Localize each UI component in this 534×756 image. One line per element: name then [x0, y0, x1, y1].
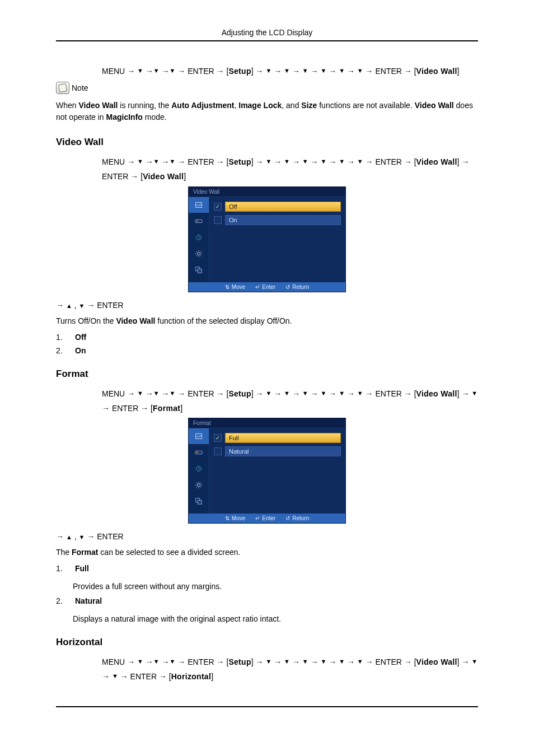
image-lock-bold: Image Lock	[238, 101, 282, 110]
menu-label: MENU	[102, 389, 125, 398]
text: When	[56, 101, 78, 110]
osd-side-item[interactable]	[189, 428, 209, 445]
arrow-right-icon: →	[329, 67, 339, 76]
osd-option-row[interactable]: ✓ Full	[214, 433, 341, 443]
intro-nav-path: MENU → ▼ →▼ →▼ → ENTER → [Setup] → ▼ → ▼…	[102, 64, 478, 78]
osd-sidebar	[189, 428, 209, 514]
option-full-desc: Provides a full screen without any margi…	[73, 582, 478, 591]
arrow-right-icon: →	[366, 157, 376, 166]
down-icon: ▼	[170, 67, 176, 74]
video-wall-label: Video Wall	[416, 157, 457, 166]
up-icon: ▲	[66, 534, 72, 540]
osd-option-natural[interactable]: Natural	[225, 446, 341, 456]
note-label: Note	[72, 83, 88, 92]
down-icon: ▼	[471, 659, 477, 665]
small-nav: → ▲ , ▼ → ENTER	[56, 532, 478, 541]
svg-line-10	[200, 255, 201, 256]
osd-option-row[interactable]: Natural	[214, 446, 341, 456]
enter-label: ENTER	[188, 157, 214, 166]
video-wall-option-list: 1.Off 2.On	[56, 333, 478, 355]
arrow-right-icon: →	[256, 157, 266, 166]
option-natural: Natural	[75, 596, 102, 605]
osd-side-item[interactable]	[189, 493, 209, 510]
footer-rule	[56, 706, 478, 707]
text: functions are not available.	[317, 101, 414, 110]
text: mode.	[143, 113, 167, 122]
osd-side-item[interactable]	[189, 262, 209, 278]
list-item: 1.Off	[56, 333, 478, 342]
osd-side-item[interactable]	[189, 213, 209, 230]
note-text: When Video Wall is running, the Auto Adj…	[56, 100, 478, 123]
enter-label: ENTER	[130, 672, 157, 681]
svg-point-19	[197, 484, 200, 487]
list-number: 1.	[56, 564, 66, 573]
down-icon: ▼	[170, 390, 176, 396]
osd-option-full[interactable]: Full	[225, 433, 341, 443]
down-icon: ▼	[153, 67, 160, 74]
enter-label: ENTER	[102, 171, 128, 180]
video-wall-label: Video Wall	[416, 389, 457, 398]
enter-label: ENTER	[112, 403, 138, 412]
down-icon: ▼	[302, 67, 308, 74]
osd-title: Format	[189, 418, 345, 428]
down-icon: ▼	[339, 67, 345, 74]
arrow-right-icon: →	[146, 157, 153, 166]
footer-return-label: Return	[292, 284, 309, 290]
osd-side-item[interactable]	[189, 445, 209, 461]
format-desc: The Format can be selected to see a divi…	[56, 547, 478, 558]
picture-icon	[195, 432, 203, 440]
multi-icon	[195, 266, 203, 274]
osd-side-item[interactable]	[189, 230, 209, 246]
osd-panel-format: Format ✓ Full Natural	[189, 418, 345, 523]
menu-label: MENU	[102, 67, 125, 76]
osd-panel-video-wall: Video Wall ✓ Off On	[189, 187, 345, 292]
down-icon: ▼	[320, 390, 326, 396]
down-icon: ▼	[320, 67, 326, 74]
osd-option-row[interactable]: On	[214, 215, 341, 225]
updown-icon: ⇅	[225, 515, 229, 521]
text: is running, the	[118, 101, 171, 110]
osd-side-item[interactable]	[189, 246, 209, 262]
list-number: 1.	[56, 333, 66, 342]
menu-label: MENU	[102, 657, 125, 666]
enter-label: ENTER	[97, 301, 123, 310]
footer-enter: ↵Enter	[255, 515, 275, 521]
down-icon: ▼	[265, 659, 271, 665]
down-icon: ▼	[339, 390, 345, 396]
video-wall-label: Video Wall	[143, 171, 184, 180]
down-icon: ▼	[137, 158, 143, 165]
arrow-right-icon: →	[329, 157, 339, 166]
osd-option-off[interactable]: Off	[225, 202, 341, 212]
down-icon: ▼	[302, 659, 308, 665]
down-icon: ▼	[339, 158, 345, 165]
down-icon: ▼	[112, 673, 118, 680]
arrow-right-icon: →	[366, 67, 376, 76]
osd-side-item[interactable]	[189, 197, 209, 213]
picture-icon	[195, 201, 203, 209]
footer-move: ⇅Move	[225, 515, 245, 521]
check-icon	[214, 447, 222, 455]
multi-icon	[195, 497, 203, 505]
osd-side-item[interactable]	[189, 477, 209, 493]
osd-title: Video Wall	[189, 187, 345, 197]
option-natural-desc: Displays a natural image with the origin…	[73, 614, 478, 623]
option-on: On	[75, 346, 86, 355]
option-off: Off	[75, 333, 86, 342]
arrow-right-icon: → [	[130, 171, 143, 180]
osd-side-item[interactable]	[189, 461, 209, 477]
text: Turns Off/On the	[56, 316, 116, 325]
osd-option-on[interactable]: On	[225, 215, 341, 225]
setup-label: Setup	[228, 157, 251, 166]
text: , and	[282, 101, 301, 110]
osd-footer: ⇅Move ↵Enter ↺Return	[189, 282, 345, 292]
enter-label: ENTER	[375, 389, 401, 398]
osd-option-row[interactable]: ✓ Off	[214, 202, 341, 212]
horizontal-nav-path: MENU → ▼ →▼ →▼ → ENTER → [Setup] → ▼ → ▼…	[102, 655, 478, 684]
return-icon: ↺	[285, 515, 290, 521]
svg-rect-2	[196, 221, 199, 222]
svg-point-4	[197, 252, 200, 255]
down-icon: ▼	[284, 659, 290, 665]
footer-return-label: Return	[292, 515, 309, 521]
check-icon	[214, 216, 222, 224]
svg-line-9	[196, 251, 197, 251]
